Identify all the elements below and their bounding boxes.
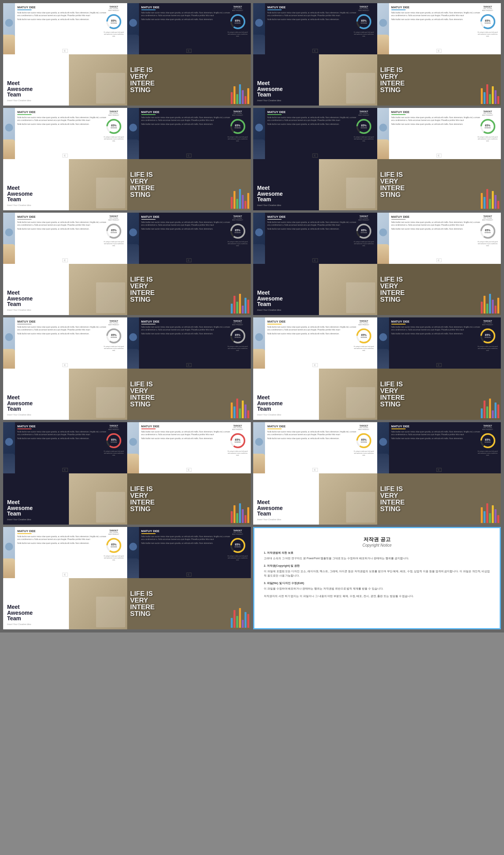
profile-photo <box>127 108 139 159</box>
percent-label: DESIGN <box>235 336 241 338</box>
profile-slide: MATUY DEE Nulla facilisi nam auctor metu… <box>253 108 377 159</box>
percent-label: DESIGN <box>235 22 241 24</box>
target-desc: It's using to make your look good and aw… <box>227 241 248 247</box>
life-text: LIFE ISVERYINTERESTING <box>380 67 405 93</box>
percent-value: 85% <box>235 229 241 232</box>
target-section: TARGET CEO, FounderBEST PRODUCT 85% DESI… <box>477 6 498 37</box>
percent-label: DESIGN <box>485 127 491 129</box>
logo: C <box>63 468 68 472</box>
profile-slide: MATUY DEE Nulla facilisi nam auctor metu… <box>253 3 377 54</box>
logo: C <box>63 49 68 53</box>
logo: C <box>313 468 318 472</box>
profile-slide: MATUY DEE Nulla facilisi nam auctor metu… <box>3 422 127 473</box>
meet-photo <box>319 54 377 106</box>
profile-slide: MATUY DEE Nulla facilisi nam auctor metu… <box>127 3 251 54</box>
target-role: CEO, FounderBEST PRODUCT <box>353 113 375 117</box>
section-title: 3. 파일(file) 및 디자인 수정(Edit) <box>264 581 490 586</box>
meet-left: MeetAwesomeTeam Insert Your Creative Ide… <box>253 369 319 420</box>
profile-bio: Nulla facilisi nam auctor metus vitae qu… <box>17 431 107 436</box>
accent-bar <box>17 324 32 325</box>
logo: C <box>313 363 318 367</box>
profile-bio: Nulla facilisi nam auctor metus vitae qu… <box>141 431 232 436</box>
life-text: LIFE ISVERYINTERESTING <box>130 381 155 408</box>
meet-left: MeetAwesomeTeam Insert Your Creative Ide… <box>253 159 319 210</box>
target-desc: It's using to make your look good and aw… <box>227 136 248 142</box>
profile-bio: Nulla facilisi nam auctor metus vitae qu… <box>141 326 232 332</box>
target-section: TARGET CEO, FounderBEST PRODUCT 85% DESI… <box>103 425 125 456</box>
target-role: CEO, FounderBEST PRODUCT <box>353 217 375 221</box>
profile-bio2: Nulla facilisi nam auctor metus vitae qu… <box>141 228 232 231</box>
profile-bio2: Nulla facilisi nam auctor metus vitae qu… <box>17 438 107 440</box>
profile-photo <box>3 3 15 54</box>
profile-photo <box>127 213 139 264</box>
target-role: CEO, FounderBEST PRODUCT <box>103 532 125 536</box>
profile-name: MATUY DEE <box>391 110 482 114</box>
target-desc: It's using to make your look good and aw… <box>103 241 125 247</box>
profile-slide: MATUY DEE Nulla facilisi nam auctor metu… <box>3 3 127 54</box>
target-section: TARGET CEO, FounderBEST PRODUCT 85% DESI… <box>353 6 375 37</box>
copyright-block: 저작권 공고 Copyright Notice 1. 저작권법에 의한 보호 고… <box>253 527 501 629</box>
life-slide: LIFE ISVERYINTERESTING <box>377 369 501 420</box>
meet-left: MeetAwesomeTeam Insert Your Creative Ide… <box>3 369 69 420</box>
meet-subtitle: Insert Your Creative Idea <box>7 204 65 206</box>
target-section: TARGET CEO, FounderBEST PRODUCT 85% DESI… <box>227 320 248 351</box>
profile-bio2: Nulla facilisi nam auctor metus vitae qu… <box>391 123 482 126</box>
profile-bio2: Nulla facilisi nam auctor metus vitae qu… <box>17 19 107 21</box>
section-title: 1. 저작권법에 의한 보호 <box>264 551 490 555</box>
profile-bio2: Nulla facilisi nam auctor metus vitae qu… <box>141 123 232 126</box>
accent-bar <box>391 219 406 220</box>
copyright-section-4: 저작권자의 서면 허가 없이는 이 파일이나 그 내용의 어떤 부분도 복제, … <box>264 594 490 598</box>
profile-photo <box>253 213 265 264</box>
profile-bio: Nulla facilisi nam auctor metus vitae qu… <box>17 536 107 541</box>
target-desc: It's using to make your look good and aw… <box>477 241 498 247</box>
percent-label: DESIGN <box>361 232 367 234</box>
profile-name: MATUY DEE <box>267 6 358 9</box>
percent-value: 85% <box>235 19 241 22</box>
accent-bar <box>17 9 32 10</box>
profile-photo <box>3 317 15 369</box>
profile-bio2: Nulla facilisi nam auctor metus vitae qu… <box>267 228 358 231</box>
meet-title: MeetAwesomeTeam <box>257 290 315 307</box>
profile-slide: MATUY DEE Nulla facilisi nam auctor metu… <box>377 213 501 264</box>
target-role: CEO, FounderBEST PRODUCT <box>103 113 125 117</box>
percent-label: DESIGN <box>235 441 241 443</box>
meet-slide: MeetAwesomeTeam Insert Your Creative Ide… <box>3 54 127 106</box>
profile-bio: Nulla facilisi nam auctor metus vitae qu… <box>141 221 232 227</box>
target-desc: It's using to make your look good and aw… <box>477 32 498 37</box>
target-section: TARGET CEO, FounderBEST PRODUCT 85% DESI… <box>103 320 125 351</box>
meet-title: MeetAwesomeTeam <box>7 185 65 202</box>
target-desc: It's using to make your look good and aw… <box>477 136 498 142</box>
slide-block: MATUY DEE Nulla facilisi nam auctor metu… <box>253 422 501 525</box>
slide-block: MATUY DEE Nulla facilisi nam auctor metu… <box>3 108 251 210</box>
target-role: CEO, FounderBEST PRODUCT <box>103 322 125 326</box>
copyright-section-3: 3. 파일(file) 및 디자인 수정(Edit) 이 파일을 수정하여 배포… <box>264 581 490 591</box>
percent-value: 85% <box>235 334 241 336</box>
target-role: CEO, FounderBEST PRODUCT <box>103 427 125 431</box>
life-bars <box>481 397 499 418</box>
meet-slide: MeetAwesomeTeam Insert Your Creative Ide… <box>253 54 377 106</box>
profile-name: MATUY DEE <box>17 6 107 9</box>
accent-bar <box>267 219 282 220</box>
last-row: MATUY DEE Nulla facilisi nam auctor metu… <box>3 527 501 629</box>
profile-bio: Nulla facilisi nam auctor metus vitae qu… <box>391 326 482 332</box>
section-content: 이 파일을 수정하여 배포하거나 판매하는 행위는 저작권법 위반으로 법적 제… <box>264 586 490 591</box>
life-text: LIFE ISVERYINTERESTING <box>380 486 405 512</box>
target-section: TARGET CEO, FounderBEST PRODUCT 85% DESI… <box>227 110 248 142</box>
target-desc: It's using to make your look good and aw… <box>477 451 498 456</box>
profile-slide: MATUY DEE Nulla facilisi nam auctor metu… <box>127 213 251 264</box>
slide-block: MATUY DEE Nulla facilisi nam auctor metu… <box>253 317 501 420</box>
meet-slide: MeetAwesomeTeam Insert Your Creative Ide… <box>253 264 377 315</box>
copyright-title: 저작권 공고 <box>264 536 490 543</box>
target-desc: It's using to make your look good and aw… <box>477 346 498 352</box>
accent-bar <box>17 114 32 115</box>
life-slide: LIFE ISVERYINTERESTING <box>377 264 501 315</box>
meet-photo <box>319 369 377 420</box>
profile-name: MATUY DEE <box>141 110 232 114</box>
target-desc: It's using to make your look good and aw… <box>103 346 125 352</box>
target-section: TARGET CEO, FounderBEST PRODUCT 85% DESI… <box>353 320 375 351</box>
profile-photo <box>127 527 139 578</box>
life-slide: LIFE ISVERYINTERESTING <box>127 54 251 106</box>
percent-value: 85% <box>361 124 367 127</box>
profile-bio2: Nulla facilisi nam auctor metus vitae qu… <box>391 333 482 336</box>
accent-bar <box>17 428 32 429</box>
